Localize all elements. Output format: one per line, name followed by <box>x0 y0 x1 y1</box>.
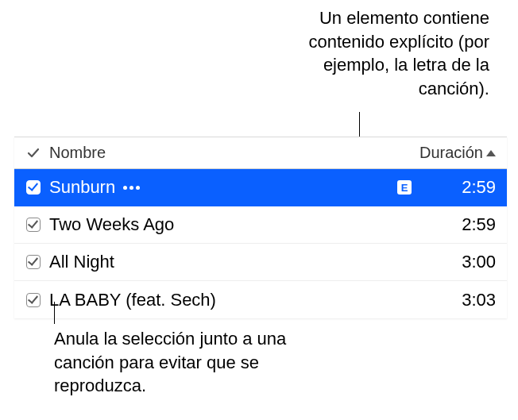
song-duration: 3:03 <box>416 290 496 310</box>
row-checkbox[interactable] <box>26 180 41 195</box>
song-title: LA BABY (feat. Sech) <box>49 290 216 310</box>
callout-explicit: Un elemento contiene contenido explícito… <box>283 6 489 101</box>
row-name-cell: LA BABY (feat. Sech) <box>46 290 416 310</box>
song-title: All Night <box>49 252 114 272</box>
song-duration: 2:59 <box>416 177 496 198</box>
callout-checkbox: Anula la selección junto a una canción p… <box>54 327 292 398</box>
table-row[interactable]: Two Weeks Ago 2:59 <box>14 206 507 244</box>
sort-ascending-icon <box>486 150 496 156</box>
row-checkbox-cell <box>21 255 46 269</box>
checkmark-icon <box>26 146 41 160</box>
song-title: Sunburn <box>49 177 115 198</box>
row-checkbox-cell <box>21 180 46 195</box>
row-checkbox[interactable] <box>26 255 41 269</box>
row-name-cell: Two Weeks Ago <box>46 214 416 235</box>
column-header-name[interactable]: Nombre <box>46 144 416 162</box>
column-header-name-label: Nombre <box>49 144 106 162</box>
table-header-row: Nombre Duración <box>14 137 507 169</box>
song-duration: 3:00 <box>416 252 496 272</box>
explicit-badge: E <box>397 180 412 195</box>
column-header-duration[interactable]: Duración <box>416 144 496 162</box>
row-checkbox[interactable] <box>26 293 41 307</box>
row-name-cell: Sunburn E <box>46 177 416 198</box>
table-row[interactable]: All Night 3:00 <box>14 244 507 281</box>
song-title: Two Weeks Ago <box>49 214 174 235</box>
row-checkbox-cell <box>21 293 46 307</box>
row-checkbox[interactable] <box>26 218 41 232</box>
more-options-icon[interactable] <box>123 186 140 190</box>
table-row[interactable]: LA BABY (feat. Sech) 3:03 <box>14 281 507 318</box>
row-checkbox-cell <box>21 218 46 232</box>
column-header-duration-label: Duración <box>419 144 483 162</box>
column-header-check[interactable] <box>21 146 46 160</box>
table-row[interactable]: Sunburn E 2:59 <box>14 169 507 206</box>
row-name-cell: All Night <box>46 252 416 272</box>
song-duration: 2:59 <box>416 214 496 235</box>
callout-leader-line <box>54 302 55 324</box>
songs-table: Nombre Duración Sunburn E 2:59 <box>14 137 507 318</box>
